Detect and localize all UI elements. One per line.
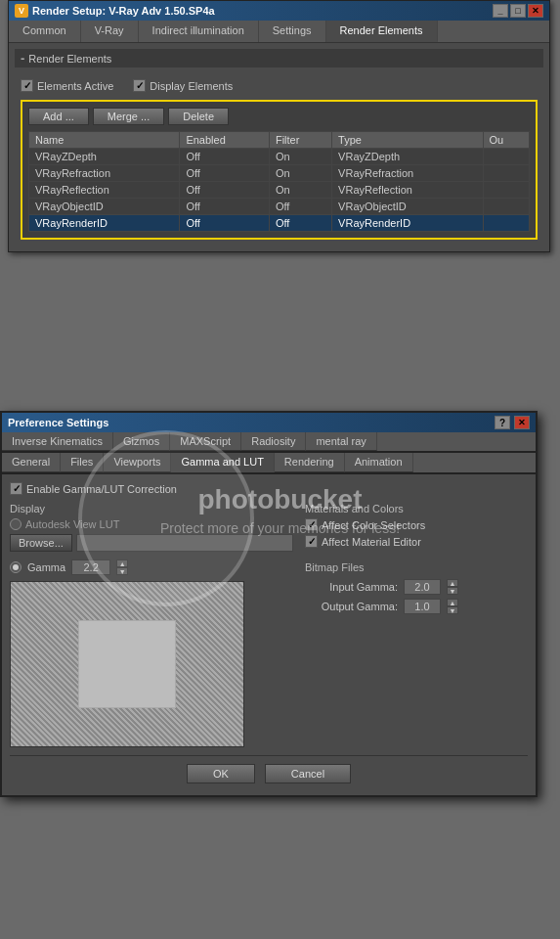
render-window-title: Render Setup: V-Ray Adv 1.50.SP4a: [32, 5, 215, 17]
table-row[interactable]: VRayObjectIDOffOffVRayObjectID: [29, 199, 530, 215]
tab-gamma-lut[interactable]: Gamma and LUT: [171, 453, 274, 472]
input-gamma-down[interactable]: ▼: [447, 587, 458, 595]
tab-gizmos[interactable]: Gizmos: [113, 432, 170, 451]
gamma-radio[interactable]: [10, 561, 22, 573]
col-name: Name: [29, 132, 180, 149]
output-gamma-spinner: ▲ ▼: [447, 599, 458, 614]
output-gamma-row: Output Gamma: ▲ ▼: [305, 599, 528, 614]
enable-gamma-label: Enable Gamma/LUT Correction: [26, 483, 177, 495]
close-button[interactable]: ✕: [528, 4, 543, 18]
tab-viewports[interactable]: Viewports: [104, 453, 171, 472]
input-gamma-spinner: ▲ ▼: [447, 579, 458, 595]
render-main-content: - Render Elements Elements Active Displa…: [9, 43, 549, 251]
cell-filter: Off: [269, 215, 331, 232]
browse-button[interactable]: Browse...: [10, 534, 72, 552]
cell-name: VRayRenderID: [29, 215, 180, 232]
elements-active-label[interactable]: Elements Active: [21, 79, 113, 92]
output-gamma-label: Output Gamma:: [305, 601, 398, 612]
output-gamma-up[interactable]: ▲: [447, 599, 458, 606]
render-elements-panel: Elements Active Display Elements Add ...…: [15, 73, 543, 246]
tab-mental-ray[interactable]: mental ray: [306, 432, 376, 451]
ok-button[interactable]: OK: [187, 764, 255, 783]
cell-filter: On: [269, 182, 331, 199]
preference-settings-window: Preference Settings ? ✕ Inverse Kinemati…: [0, 411, 538, 797]
tab-radiosity[interactable]: Radiosity: [241, 432, 306, 451]
cancel-button[interactable]: Cancel: [265, 764, 351, 783]
cell-filter: Off: [269, 199, 331, 215]
watermark-main-text: photobucket: [198, 484, 363, 515]
pref-titlebar-right: ? ✕: [495, 416, 530, 429]
cell-enabled: Off: [180, 182, 270, 199]
cell-ou: [483, 182, 530, 199]
tab-animation[interactable]: Animation: [345, 453, 413, 472]
maximize-button[interactable]: □: [510, 4, 526, 18]
cell-ou: [483, 199, 530, 215]
gamma-input[interactable]: [71, 559, 110, 575]
input-gamma-label: Input Gamma:: [305, 581, 398, 593]
output-gamma-input[interactable]: [404, 599, 441, 614]
section-collapse-icon[interactable]: -: [21, 51, 24, 66]
watermark-sub-text: Protect more of your memories for less!: [160, 520, 400, 536]
table-row[interactable]: VRayRefractionOffOnVRayRefraction: [29, 165, 530, 182]
input-gamma-up[interactable]: ▲: [447, 579, 458, 587]
tab-general[interactable]: General: [2, 453, 61, 472]
cell-type: VRayZDepth: [332, 149, 483, 165]
cell-name: VRayReflection: [29, 182, 180, 199]
output-gamma-down[interactable]: ▼: [447, 606, 458, 614]
tab-vray[interactable]: V-Ray: [81, 21, 139, 42]
pref-close-button[interactable]: ✕: [514, 416, 530, 429]
table-row[interactable]: VRayReflectionOffOnVRayReflection: [29, 182, 530, 199]
table-row[interactable]: VRayZDepthOffOnVRayZDepth: [29, 149, 530, 165]
affect-material-checkbox[interactable]: [305, 535, 318, 548]
yellow-highlight-box: Add ... Merge ... Delete Name Enabled Fi…: [21, 100, 538, 240]
tab-rendering[interactable]: Rendering: [275, 453, 345, 472]
gamma-up-button[interactable]: ▲: [116, 559, 128, 567]
browse-input[interactable]: [76, 534, 293, 552]
cell-type: VRayRenderID: [332, 215, 483, 232]
pref-tab-bar: Inverse Kinematics Gizmos MAXScript Radi…: [2, 432, 536, 453]
tab-settings[interactable]: Settings: [259, 21, 326, 42]
cell-filter: On: [269, 149, 331, 165]
cell-ou: [483, 149, 530, 165]
col-ou: Ou: [483, 132, 530, 149]
merge-button[interactable]: Merge ...: [93, 108, 164, 125]
autodesk-lut-radio[interactable]: [10, 518, 22, 530]
gamma-label: Gamma: [27, 561, 65, 573]
render-tab-bar: Common V-Ray Indirect illumination Setti…: [9, 21, 549, 43]
render-setup-window: V Render Setup: V-Ray Adv 1.50.SP4a _ □ …: [8, 0, 550, 252]
elements-active-text: Elements Active: [37, 80, 113, 92]
tab-render-elements[interactable]: Render Elements: [326, 21, 438, 42]
elements-table: Name Enabled Filter Type Ou VRayZDepthOf…: [28, 131, 530, 232]
tab-indirect-illumination[interactable]: Indirect illumination: [139, 21, 259, 42]
enable-gamma-checkbox[interactable]: [10, 482, 22, 495]
help-button[interactable]: ?: [495, 416, 510, 429]
elements-checkbox-row: Elements Active Display Elements: [21, 79, 538, 92]
cell-enabled: Off: [180, 215, 270, 232]
input-gamma-row: Input Gamma: ▲ ▼: [305, 579, 528, 595]
elements-active-checkbox[interactable]: [21, 79, 33, 92]
input-gamma-input[interactable]: [404, 579, 441, 595]
delete-button[interactable]: Delete: [168, 108, 229, 125]
tab-maxscript[interactable]: MAXScript: [170, 432, 241, 451]
affect-material-editor-row: Affect Material Editor: [305, 535, 528, 548]
gamma-value-row: Gamma ▲ ▼: [10, 559, 293, 575]
gamma-preview-box: [10, 581, 244, 747]
tab-inverse-kinematics[interactable]: Inverse Kinematics: [2, 432, 113, 451]
section-title: Render Elements: [28, 53, 111, 65]
add-button[interactable]: Add ...: [28, 108, 89, 125]
cell-enabled: Off: [180, 149, 270, 165]
display-elements-label[interactable]: Display Elements: [133, 79, 233, 92]
pref-window-title: Preference Settings: [8, 417, 108, 428]
tab-files[interactable]: Files: [61, 453, 104, 472]
gamma-preview-inner: [78, 620, 176, 708]
cell-name: VRayObjectID: [29, 199, 180, 215]
section-header: - Render Elements: [15, 49, 543, 67]
titlebar-left: V Render Setup: V-Ray Adv 1.50.SP4a: [15, 4, 215, 18]
display-elements-checkbox[interactable]: [133, 79, 146, 92]
tab-common[interactable]: Common: [9, 21, 81, 42]
pref-tab-bar-2: General Files Viewports Gamma and LUT Re…: [2, 453, 536, 474]
minimize-button[interactable]: _: [493, 4, 508, 18]
gamma-down-button[interactable]: ▼: [116, 567, 128, 575]
table-row[interactable]: VRayRenderIDOffOffVRayRenderID: [29, 215, 530, 232]
cell-name: VRayZDepth: [29, 149, 180, 165]
